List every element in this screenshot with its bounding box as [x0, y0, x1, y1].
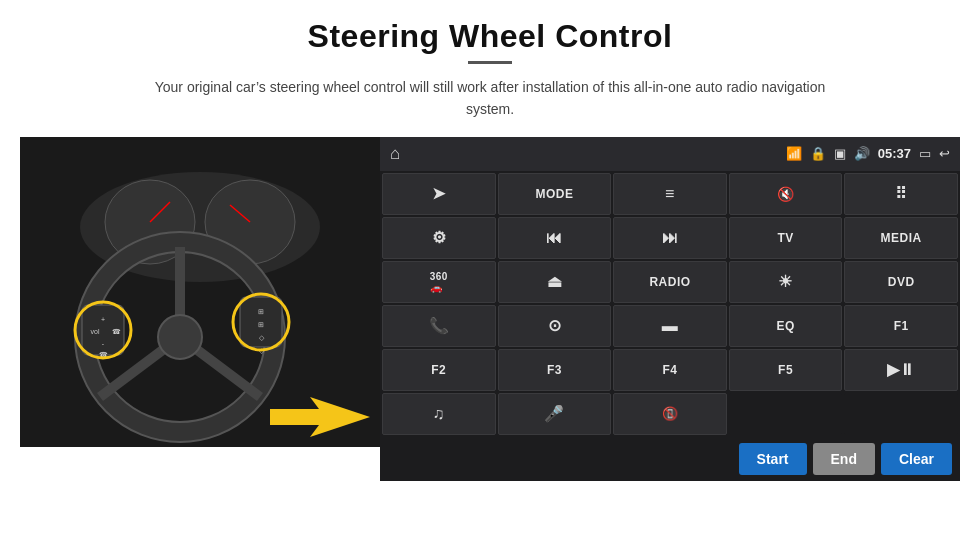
btn-mute[interactable]: 🔇 — [729, 173, 843, 215]
btn-phone[interactable]: 📞 — [382, 305, 496, 347]
btn-list[interactable]: ≡ — [613, 173, 727, 215]
clear-button[interactable]: Clear — [881, 443, 952, 475]
page-container: Steering Wheel Control Your original car… — [0, 0, 980, 544]
btn-playpause[interactable]: ▶⏸ — [844, 349, 958, 391]
sd-icon: ▣ — [834, 146, 846, 161]
btn-media[interactable]: MEDIA — [844, 217, 958, 259]
radio-buttons-grid: ➤ MODE ≡ 🔇 ⠿ ⚙ ⏮ ⏭ TV MEDIA 360🚗 ⏏ RADIO… — [380, 171, 960, 437]
btn-screen[interactable]: ▬ — [613, 305, 727, 347]
btn-f3[interactable]: F3 — [498, 349, 612, 391]
btn-f5[interactable]: F5 — [729, 349, 843, 391]
bottom-buttons-row: Start End Clear — [380, 437, 960, 481]
btn-360[interactable]: 360🚗 — [382, 261, 496, 303]
btn-apps[interactable]: ⠿ — [844, 173, 958, 215]
btn-rewind[interactable]: ⏮ — [498, 217, 612, 259]
btn-mode[interactable]: MODE — [498, 173, 612, 215]
top-bar-left: ⌂ — [390, 144, 400, 164]
top-bar-right: 📶 🔒 ▣ 🔊 05:37 ▭ ↩ — [786, 146, 950, 161]
btn-settings[interactable]: ⚙ — [382, 217, 496, 259]
svg-text:+: + — [101, 316, 105, 323]
btn-empty-1 — [729, 393, 843, 435]
btn-tv[interactable]: TV — [729, 217, 843, 259]
btn-music[interactable]: ♫ — [382, 393, 496, 435]
page-subtitle: Your original car’s steering wheel contr… — [140, 76, 840, 121]
back-icon[interactable]: ↩ — [939, 146, 950, 161]
start-button[interactable]: Start — [739, 443, 807, 475]
btn-dvd[interactable]: DVD — [844, 261, 958, 303]
svg-text:⊞: ⊞ — [258, 321, 264, 328]
btn-eq[interactable]: EQ — [729, 305, 843, 347]
clock: 05:37 — [878, 146, 911, 161]
svg-text:☎: ☎ — [112, 328, 121, 335]
steering-image: + vol - ☎ ☎ ⊞ ⊞ ◇ ◇ — [20, 137, 380, 447]
btn-forward[interactable]: ⏭ — [613, 217, 727, 259]
btn-radio[interactable]: RADIO — [613, 261, 727, 303]
content-row: + vol - ☎ ☎ ⊞ ⊞ ◇ ◇ — [20, 137, 960, 481]
btn-empty-2 — [844, 393, 958, 435]
btn-call-end[interactable]: 📵 — [613, 393, 727, 435]
steering-bg: + vol - ☎ ☎ ⊞ ⊞ ◇ ◇ — [20, 137, 380, 447]
btn-mic[interactable]: 🎤 — [498, 393, 612, 435]
radio-top-bar: ⌂ 📶 🔒 ▣ 🔊 05:37 ▭ ↩ — [380, 137, 960, 171]
btn-f1[interactable]: F1 — [844, 305, 958, 347]
btn-eject[interactable]: ⏏ — [498, 261, 612, 303]
page-title: Steering Wheel Control — [308, 18, 673, 55]
end-button[interactable]: End — [813, 443, 875, 475]
svg-point-11 — [158, 315, 202, 359]
svg-text:vol: vol — [91, 328, 100, 335]
btn-f2[interactable]: F2 — [382, 349, 496, 391]
btn-send[interactable]: ➤ — [382, 173, 496, 215]
svg-text:⊞: ⊞ — [258, 308, 264, 315]
radio-panel: ⌂ 📶 🔒 ▣ 🔊 05:37 ▭ ↩ ➤ MODE ≡ 🔇 — [380, 137, 960, 481]
btn-nav[interactable]: ⊙ — [498, 305, 612, 347]
svg-rect-26 — [270, 409, 328, 425]
lock-icon: 🔒 — [810, 146, 826, 161]
title-divider — [468, 61, 512, 64]
btn-brightness[interactable]: ☀ — [729, 261, 843, 303]
screen-icon: ▭ — [919, 146, 931, 161]
bt-icon: 🔊 — [854, 146, 870, 161]
btn-f4[interactable]: F4 — [613, 349, 727, 391]
wifi-icon: 📶 — [786, 146, 802, 161]
home-icon[interactable]: ⌂ — [390, 144, 400, 164]
